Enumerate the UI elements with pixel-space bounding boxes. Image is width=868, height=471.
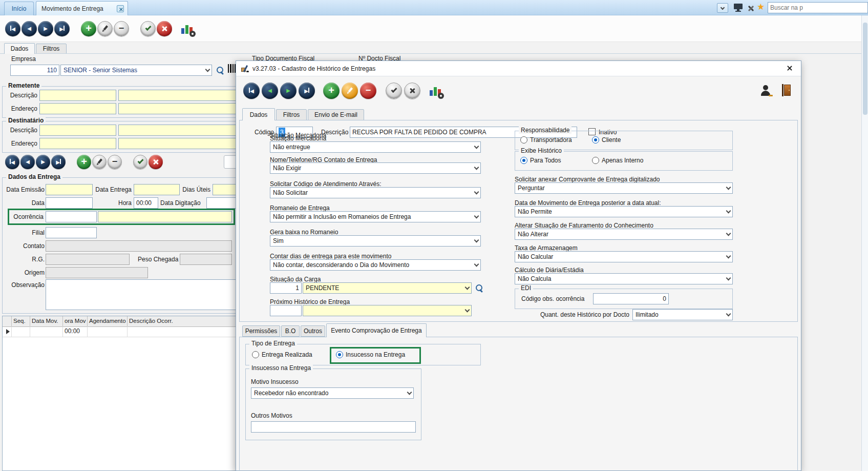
dialog-close-button[interactable] xyxy=(787,65,794,72)
dlg-tab-permissoes[interactable]: Permissões xyxy=(242,325,280,337)
nav-prev-button[interactable]: ◀ xyxy=(22,21,37,36)
alterar-faturamento-select[interactable]: Não Alterar xyxy=(515,229,733,240)
nav-last-button[interactable]: ▶ xyxy=(54,21,70,36)
column-header-agendamento[interactable]: Agendamento xyxy=(88,316,128,326)
dlg-tab-evento-comprovacao[interactable]: Evento Comprovação de Entrega xyxy=(326,323,427,337)
romaneio-entrega-select[interactable]: Não permitir a Inclusão em Romaneios de … xyxy=(270,211,481,222)
column-header-seq[interactable]: Seq. xyxy=(12,316,30,326)
favorites-star-icon[interactable]: ★ xyxy=(757,2,766,12)
quant-historico-select[interactable]: Ilimitado xyxy=(632,309,733,320)
radio-apenas-interno[interactable]: Apenas Interno xyxy=(592,157,643,164)
remetente-descricao-field-1[interactable] xyxy=(39,90,116,101)
exit-door-icon[interactable] xyxy=(782,84,792,97)
dlg-edit-button[interactable] xyxy=(342,83,358,99)
dlg-tab-outros[interactable]: Outros xyxy=(301,325,325,337)
codigo-atendimento-select[interactable]: Não Solicitar xyxy=(270,187,481,198)
contar-dias-select[interactable]: Não contar, desconsiderando o Dia do Mov… xyxy=(270,259,481,271)
radio-entrega-realizada[interactable]: Entrega Realizada xyxy=(252,351,312,358)
entrega-edit-button[interactable] xyxy=(92,155,107,169)
contato-entrega-select[interactable]: Não Exigir xyxy=(270,162,481,174)
remetente-endereco-field-1[interactable] xyxy=(39,103,116,114)
proximo-historico-code-field[interactable] xyxy=(270,305,302,316)
main-tab-dados[interactable]: Dados xyxy=(4,43,35,54)
dlg-tab-dados[interactable]: Dados xyxy=(242,108,275,120)
add-button[interactable]: + xyxy=(81,21,96,36)
check-icon xyxy=(145,25,151,31)
empresa-select[interactable]: SENIOR - Senior Sistemas xyxy=(60,65,212,76)
scrollbar-thumb[interactable] xyxy=(863,23,867,115)
entrega-add-button[interactable]: + xyxy=(77,155,91,169)
entrega-cancel-button[interactable] xyxy=(149,155,163,169)
dlg-cancel-button[interactable] xyxy=(404,83,420,99)
motivo-insucesso-select[interactable]: Recebedor não encontrado xyxy=(251,387,414,399)
calculo-diaria-select[interactable]: Não Calcula xyxy=(515,273,733,284)
entrega-nav-next-button[interactable]: ▶ xyxy=(36,155,50,169)
nav-next-button[interactable]: ▶ xyxy=(38,21,53,36)
column-header-hora-mov[interactable]: ora Mov xyxy=(63,316,88,326)
vertical-scrollbar[interactable] xyxy=(861,15,868,471)
remove-button[interactable]: − xyxy=(114,21,129,36)
table-cell-data-mov[interactable] xyxy=(30,326,63,337)
radio-cliente[interactable]: Cliente xyxy=(592,136,621,144)
situacao-carga-select[interactable]: PENDENTE xyxy=(303,282,472,294)
column-header-data-mov[interactable]: Data Mov. xyxy=(30,316,63,326)
destinatario-descricao-field-1[interactable] xyxy=(39,125,116,136)
entrega-confirm-button[interactable] xyxy=(133,155,147,169)
proximo-historico-select[interactable] xyxy=(303,305,472,316)
situacao-carga-code-field[interactable]: 1 xyxy=(270,282,302,294)
radio-transportadora[interactable]: Transportadora xyxy=(520,136,572,144)
dlg-nav-next-button[interactable]: ▶ xyxy=(280,83,297,99)
entrega-nav-first-button[interactable]: ◀ xyxy=(5,155,19,169)
dlg-add-button[interactable]: + xyxy=(323,83,340,99)
hora-field[interactable]: 00:00 xyxy=(134,197,158,209)
chart-gear-icon[interactable] xyxy=(180,22,196,37)
nav-first-button[interactable]: ◀ xyxy=(5,21,20,36)
empresa-search-icon[interactable] xyxy=(217,67,224,74)
data-entrega-field[interactable] xyxy=(134,184,180,195)
dlg-nav-prev-button[interactable]: ◀ xyxy=(262,83,278,99)
dlg-tab-envio-email[interactable]: Envio de E-mail xyxy=(308,109,364,120)
data-emissao-field[interactable] xyxy=(46,184,93,195)
confirm-button[interactable] xyxy=(140,21,156,36)
dlg-tab-filtros[interactable]: Filtros xyxy=(276,109,307,120)
comprovante-select[interactable]: Perguntar xyxy=(515,182,733,194)
filial-field[interactable] xyxy=(46,227,97,238)
monitor-icon[interactable] xyxy=(733,4,744,12)
radio-para-todos[interactable]: Para Todos xyxy=(520,157,561,164)
dlg-confirm-button[interactable] xyxy=(386,83,402,99)
destinatario-endereco-field-1[interactable] xyxy=(39,138,116,149)
table-cell-agendamento[interactable] xyxy=(88,326,128,337)
data-posterior-select[interactable]: Não Permite xyxy=(515,206,733,217)
table-cell-seq[interactable] xyxy=(12,326,30,337)
dropdown-chevron-button[interactable] xyxy=(717,3,728,13)
dlg-remove-button[interactable]: − xyxy=(360,83,376,99)
entrega-nav-last-button[interactable]: ▶ xyxy=(51,155,66,169)
search-input[interactable] xyxy=(768,2,868,13)
table-cell-hora-mov[interactable]: 00:00 xyxy=(63,326,88,337)
outros-motivos-field[interactable] xyxy=(251,421,416,433)
user-permissions-icon[interactable] xyxy=(760,85,773,97)
edit-button[interactable] xyxy=(97,21,113,36)
dialog-title-bar[interactable]: v3.27.03 - Cadastro de Histórico de Entr… xyxy=(236,61,801,76)
ocorrencias-table[interactable]: Seq. Data Mov. ora Mov Agendamento Descr… xyxy=(2,316,268,471)
situacao-carga-search-icon[interactable] xyxy=(476,284,483,292)
data-field[interactable] xyxy=(46,197,93,209)
tools-icon[interactable] xyxy=(747,4,755,12)
tab-inicio[interactable]: Início xyxy=(4,2,34,15)
situacao-mercadoria-select[interactable]: Não entregue xyxy=(270,141,481,153)
empresa-code-field[interactable]: 110 xyxy=(10,65,59,76)
codigo-obs-field[interactable]: 0 xyxy=(593,293,669,304)
main-tab-filtros[interactable]: Filtros xyxy=(36,44,67,54)
dlg-tab-bo[interactable]: B.O xyxy=(281,325,300,337)
tab-close-icon[interactable] xyxy=(117,5,124,12)
cancel-button[interactable] xyxy=(157,21,172,36)
dlg-nav-first-button[interactable]: ◀ xyxy=(243,83,260,99)
taxa-armazenagem-select[interactable]: Não Calcular xyxy=(515,251,733,262)
gera-baixa-select[interactable]: Sim xyxy=(270,235,481,247)
dlg-chart-gear-icon[interactable] xyxy=(429,84,444,99)
entrega-nav-prev-button[interactable]: ◀ xyxy=(20,155,35,169)
observacao-field[interactable] xyxy=(46,279,236,310)
entrega-remove-button[interactable]: − xyxy=(108,155,122,169)
dlg-nav-last-button[interactable]: ▶ xyxy=(299,83,315,99)
tab-movimento-entrega[interactable]: Movimento de Entrega xyxy=(36,1,128,15)
